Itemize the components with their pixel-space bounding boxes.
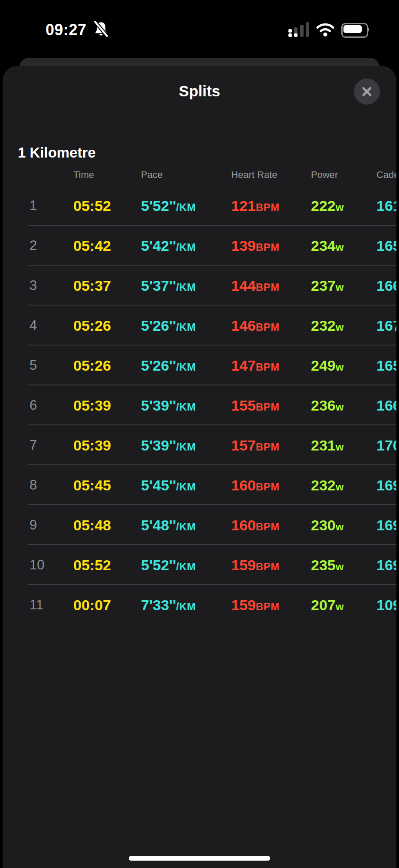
split-pace: 5'39''/KM bbox=[141, 397, 196, 414]
split-index: 9 bbox=[29, 517, 37, 533]
split-heart-rate: 121BPM bbox=[231, 197, 280, 214]
split-cadence: 169 bbox=[376, 477, 396, 494]
split-time: 05:37 bbox=[73, 277, 111, 294]
split-power: 236w bbox=[311, 397, 344, 414]
split-heart-rate: 159BPM bbox=[231, 557, 280, 574]
section-title: 1 Kilometre bbox=[18, 145, 96, 161]
column-header-power: Power bbox=[311, 169, 338, 181]
column-header-cadence: Cadence bbox=[376, 169, 396, 181]
cellular-signal-icon bbox=[288, 22, 309, 37]
split-cadence: 109 bbox=[376, 597, 396, 614]
split-row: 4 05:26 5'26''/KM 146BPM 232w 167 bbox=[3, 306, 396, 345]
battery-fill bbox=[343, 25, 362, 33]
split-pace: 5'39''/KM bbox=[141, 437, 196, 454]
split-pace: 5'37''/KM bbox=[141, 277, 196, 294]
split-heart-rate: 160BPM bbox=[231, 517, 280, 534]
split-index: 7 bbox=[29, 437, 37, 453]
sheet-title: Splits bbox=[3, 82, 396, 100]
split-row: 1 05:52 5'52''/KM 121BPM 222w 161 bbox=[3, 186, 396, 226]
split-pace: 5'42''/KM bbox=[141, 237, 196, 254]
split-row: 9 05:48 5'48''/KM 160BPM 230w 169 bbox=[3, 505, 396, 545]
split-pace: 5'45''/KM bbox=[141, 477, 196, 494]
split-row: 5 05:26 5'26''/KM 147BPM 249w 165 bbox=[3, 345, 396, 385]
split-row: 10 05:52 5'52''/KM 159BPM 235w 169 bbox=[3, 545, 396, 585]
status-time: 09:27 bbox=[46, 21, 87, 39]
split-power: 231w bbox=[311, 437, 344, 454]
split-time: 05:39 bbox=[73, 437, 111, 454]
column-header-heart-rate: Heart Rate bbox=[231, 169, 277, 181]
iphone-screen: 09:27 bbox=[0, 0, 399, 868]
split-row: 11 00:07 7'33''/KM 159BPM 207w 109 bbox=[3, 585, 396, 625]
split-index: 10 bbox=[29, 557, 44, 573]
split-power: 249w bbox=[311, 357, 344, 374]
split-cadence: 169 bbox=[376, 517, 396, 534]
splits-table[interactable]: 1 05:52 5'52''/KM 121BPM 222w 161 2 05:4… bbox=[3, 186, 396, 625]
split-heart-rate: 147BPM bbox=[231, 357, 280, 374]
split-index: 8 bbox=[29, 477, 37, 493]
split-time: 05:52 bbox=[73, 197, 111, 214]
split-time: 05:52 bbox=[73, 557, 111, 574]
split-heart-rate: 159BPM bbox=[231, 597, 280, 614]
split-cadence: 165 bbox=[376, 237, 396, 254]
split-power: 222w bbox=[311, 197, 344, 214]
split-index: 5 bbox=[29, 358, 37, 373]
split-index: 2 bbox=[29, 238, 37, 253]
bell-slash-icon bbox=[94, 21, 108, 39]
split-row: 3 05:37 5'37''/KM 144BPM 237w 166 bbox=[3, 266, 396, 306]
split-power: 232w bbox=[311, 317, 344, 334]
split-row: 8 05:45 5'45''/KM 160BPM 232w 169 bbox=[3, 465, 396, 505]
close-icon bbox=[360, 85, 373, 98]
split-time: 05:26 bbox=[73, 317, 111, 334]
home-indicator[interactable] bbox=[129, 856, 270, 861]
split-heart-rate: 139BPM bbox=[231, 237, 280, 254]
split-heart-rate: 146BPM bbox=[231, 317, 280, 334]
split-pace: 5'26''/KM bbox=[141, 357, 196, 374]
split-cadence: 167 bbox=[376, 317, 396, 334]
split-pace: 5'52''/KM bbox=[141, 557, 196, 574]
split-cadence: 169 bbox=[376, 557, 396, 574]
split-power: 234w bbox=[311, 237, 344, 254]
status-icons bbox=[288, 21, 370, 38]
column-header-pace: Pace bbox=[141, 169, 163, 181]
split-heart-rate: 144BPM bbox=[231, 277, 280, 294]
split-pace: 5'26''/KM bbox=[141, 317, 196, 334]
split-power: 232w bbox=[311, 477, 344, 494]
split-cadence: 161 bbox=[376, 197, 396, 214]
split-power: 207w bbox=[311, 597, 344, 614]
split-time: 05:45 bbox=[73, 477, 111, 494]
splits-sheet: Splits 1 Kilometre Time Pace Heart Rate … bbox=[3, 66, 396, 868]
close-button[interactable] bbox=[354, 79, 380, 105]
split-pace: 5'48''/KM bbox=[141, 517, 196, 534]
status-bar: 09:27 bbox=[0, 0, 399, 48]
split-power: 237w bbox=[311, 277, 344, 294]
split-cadence: 166 bbox=[376, 397, 396, 414]
split-index: 11 bbox=[29, 597, 43, 613]
split-time: 05:39 bbox=[73, 397, 111, 414]
split-index: 3 bbox=[29, 278, 37, 293]
split-index: 1 bbox=[29, 198, 37, 214]
split-cadence: 166 bbox=[376, 277, 396, 294]
split-pace: 7'33''/KM bbox=[141, 597, 196, 614]
wifi-icon bbox=[315, 22, 335, 37]
split-pace: 5'52''/KM bbox=[141, 197, 196, 214]
column-header-time: Time bbox=[73, 169, 94, 181]
column-headers: Time Pace Heart Rate Power Cadence bbox=[3, 169, 396, 183]
split-cadence: 170 bbox=[376, 437, 396, 454]
split-cadence: 165 bbox=[376, 357, 396, 374]
split-time: 00:07 bbox=[73, 597, 111, 614]
split-time: 05:42 bbox=[73, 237, 111, 254]
split-power: 230w bbox=[311, 517, 344, 534]
split-row: 6 05:39 5'39''/KM 155BPM 236w 166 bbox=[3, 385, 396, 425]
battery-icon bbox=[341, 23, 370, 36]
split-index: 4 bbox=[29, 318, 37, 333]
split-row: 2 05:42 5'42''/KM 139BPM 234w 165 bbox=[3, 226, 396, 266]
split-heart-rate: 157BPM bbox=[231, 437, 280, 454]
split-heart-rate: 160BPM bbox=[231, 477, 280, 494]
split-heart-rate: 155BPM bbox=[231, 397, 280, 414]
split-row: 7 05:39 5'39''/KM 157BPM 231w 170 bbox=[3, 425, 396, 465]
split-time: 05:48 bbox=[73, 517, 111, 534]
split-time: 05:26 bbox=[73, 357, 111, 374]
split-power: 235w bbox=[311, 557, 344, 574]
split-index: 6 bbox=[29, 398, 37, 413]
